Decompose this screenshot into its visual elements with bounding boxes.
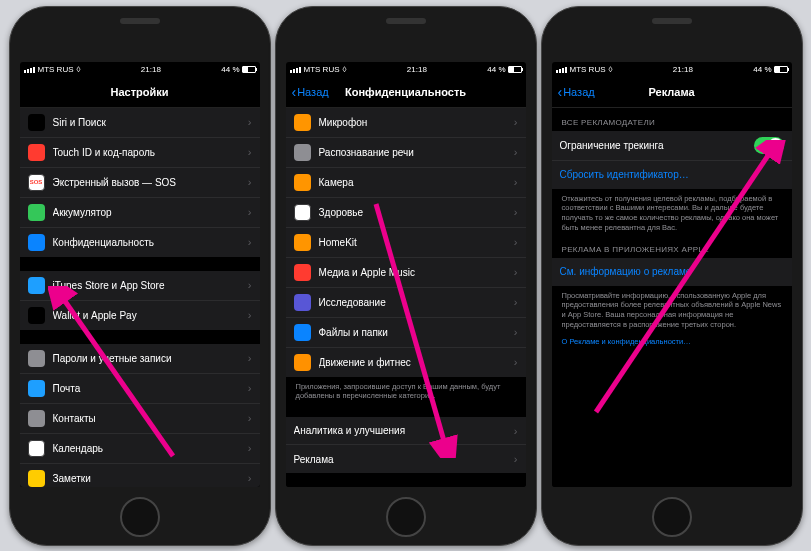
privacy-link[interactable]: О Рекламе и конфиденциальности… xyxy=(552,332,792,349)
chevron-right-icon: › xyxy=(514,453,518,465)
carrier: MTS RUS xyxy=(570,65,606,74)
row-notes[interactable]: Заметки› xyxy=(20,464,260,487)
chevron-right-icon: › xyxy=(248,442,252,454)
row-speech[interactable]: Распознавание речи› xyxy=(286,138,526,168)
chevron-right-icon: › xyxy=(514,146,518,158)
chevron-right-icon: › xyxy=(514,116,518,128)
row-label: HomeKit xyxy=(319,237,510,248)
row-microphone[interactable]: Микрофон› xyxy=(286,108,526,138)
section-header: РЕКЛАМА В ПРИЛОЖЕНИЯХ APPLE xyxy=(552,235,792,258)
row-label: Движение и фитнес xyxy=(319,357,510,368)
row-privacy[interactable]: Конфиденциальность› xyxy=(20,228,260,257)
back-button[interactable]: ‹ Назад xyxy=(292,86,329,98)
chevron-right-icon: › xyxy=(248,472,252,484)
back-button[interactable]: ‹ Назад xyxy=(558,86,595,98)
clock: 21:18 xyxy=(612,65,753,74)
row-research[interactable]: Исследование› xyxy=(286,288,526,318)
chevron-right-icon: › xyxy=(248,382,252,394)
home-button[interactable] xyxy=(652,497,692,537)
contacts-icon xyxy=(28,410,45,427)
privacy-icon xyxy=(28,234,45,251)
clock: 21:18 xyxy=(80,65,221,74)
row-health[interactable]: Здоровье› xyxy=(286,198,526,228)
row-label: Реклама xyxy=(294,454,510,465)
battery-icon xyxy=(774,66,788,73)
itunes-icon xyxy=(28,277,45,294)
row-camera[interactable]: Камера› xyxy=(286,168,526,198)
row-siri[interactable]: Siri и Поиск› xyxy=(20,108,260,138)
row-reset-identifier[interactable]: Сбросить идентификатор… xyxy=(552,161,792,189)
media-icon xyxy=(294,264,311,281)
health-icon xyxy=(294,204,311,221)
chevron-right-icon: › xyxy=(514,326,518,338)
status-bar: MTS RUS ◊ 21:18 44 % xyxy=(552,62,792,78)
row-label: Исследование xyxy=(319,297,510,308)
chevron-right-icon: › xyxy=(514,236,518,248)
row-contacts[interactable]: Контакты› xyxy=(20,404,260,434)
row-label: Пароли и учетные записи xyxy=(53,353,244,364)
row-label: Аналитика и улучшения xyxy=(294,425,510,436)
row-wallet[interactable]: Wallet и Apple Pay› xyxy=(20,301,260,330)
row-touch-id[interactable]: Touch ID и код-пароль› xyxy=(20,138,260,168)
row-label: Сбросить идентификатор… xyxy=(560,169,784,180)
back-label: Назад xyxy=(297,86,329,98)
chevron-right-icon: › xyxy=(514,296,518,308)
page-title: Настройки xyxy=(20,86,260,98)
carrier: MTS RUS xyxy=(38,65,74,74)
files-icon xyxy=(294,324,311,341)
footer-text: Приложения, запросившие доступ к Вашим д… xyxy=(286,377,526,404)
row-limit-tracking[interactable]: Ограничение трекинга xyxy=(552,131,792,161)
chevron-right-icon: › xyxy=(248,279,252,291)
camera-icon xyxy=(294,174,311,191)
status-bar: MTS RUS ◊ 21:18 44 % xyxy=(20,62,260,78)
row-itunes[interactable]: iTunes Store и App Store› xyxy=(20,271,260,301)
wallet-icon xyxy=(28,307,45,324)
toggle-switch[interactable] xyxy=(754,137,784,154)
row-label: Медиа и Apple Music xyxy=(319,267,510,278)
row-sos[interactable]: SOSЭкстренный вызов — SOS› xyxy=(20,168,260,198)
row-mail[interactable]: Почта› xyxy=(20,374,260,404)
battery-icon xyxy=(508,66,522,73)
row-label: См. информацию о рекламе xyxy=(560,266,784,277)
row-files[interactable]: Файлы и папки› xyxy=(286,318,526,348)
chevron-right-icon: › xyxy=(248,236,252,248)
row-label: Камера xyxy=(319,177,510,188)
row-homekit[interactable]: HomeKit› xyxy=(286,228,526,258)
chevron-right-icon: › xyxy=(248,206,252,218)
notes-icon xyxy=(28,470,45,487)
row-label: Контакты xyxy=(53,413,244,424)
footer-text: Откажитесь от получения целевой рекламы,… xyxy=(552,189,792,235)
home-button[interactable] xyxy=(386,497,426,537)
phone-privacy: MTS RUS ◊ 21:18 44 % ‹ Назад Конфиденциа… xyxy=(275,6,537,546)
signal-icon xyxy=(24,67,35,73)
row-label: Почта xyxy=(53,383,244,394)
chevron-right-icon: › xyxy=(514,206,518,218)
chevron-right-icon: › xyxy=(248,176,252,188)
row-ad-info[interactable]: См. информацию о рекламе xyxy=(552,258,792,286)
row-calendar[interactable]: Календарь› xyxy=(20,434,260,464)
back-label: Назад xyxy=(563,86,595,98)
chevron-right-icon: › xyxy=(248,309,252,321)
row-label: Ограничение трекинга xyxy=(560,140,754,151)
chevron-right-icon: › xyxy=(248,116,252,128)
siri-icon xyxy=(28,114,45,131)
sos-icon: SOS xyxy=(28,174,45,191)
carrier: MTS RUS xyxy=(304,65,340,74)
homekit-icon xyxy=(294,234,311,251)
row-battery[interactable]: Аккумулятор› xyxy=(20,198,260,228)
motion-icon xyxy=(294,354,311,371)
row-media[interactable]: Медиа и Apple Music› xyxy=(286,258,526,288)
signal-icon xyxy=(290,67,301,73)
row-advertising[interactable]: Реклама› xyxy=(286,445,526,473)
chevron-right-icon: › xyxy=(248,352,252,364)
signal-icon xyxy=(556,67,567,73)
row-analytics[interactable]: Аналитика и улучшения› xyxy=(286,417,526,445)
research-icon xyxy=(294,294,311,311)
home-button[interactable] xyxy=(120,497,160,537)
row-passwords[interactable]: Пароли и учетные записи› xyxy=(20,344,260,374)
row-label: Файлы и папки xyxy=(319,327,510,338)
speech-icon xyxy=(294,144,311,161)
row-motion[interactable]: Движение и фитнес› xyxy=(286,348,526,377)
chevron-right-icon: › xyxy=(514,425,518,437)
chevron-right-icon: › xyxy=(248,412,252,424)
